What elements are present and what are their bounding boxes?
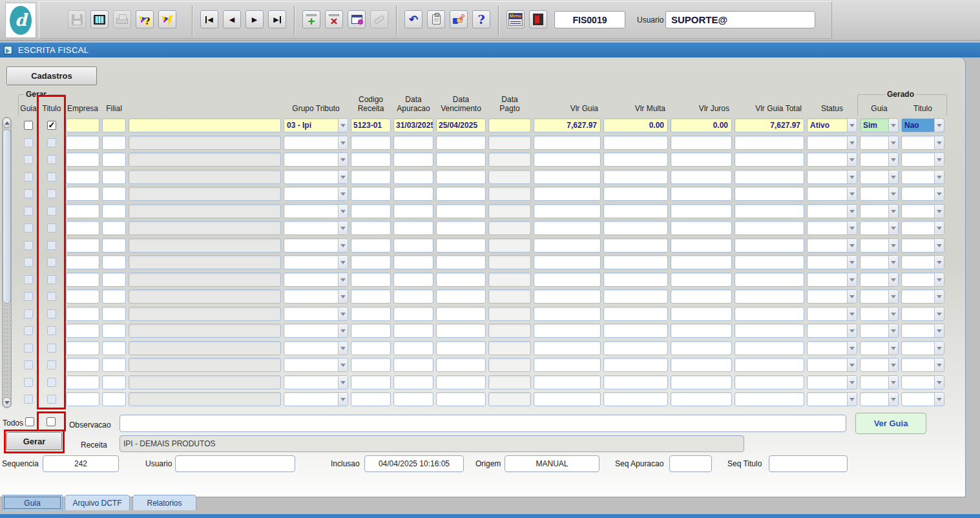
chevron-down-icon[interactable] [888, 222, 898, 234]
gerar-button[interactable]: Gerar [6, 432, 62, 450]
save-button[interactable] [68, 10, 86, 28]
codigo-receita-cell[interactable] [351, 152, 391, 167]
chevron-down-icon[interactable] [934, 256, 944, 269]
vlr-multa-cell[interactable] [603, 238, 668, 253]
grid-scrollbar[interactable] [2, 117, 12, 408]
vlr-juros-cell[interactable] [671, 341, 732, 355]
status-dropdown[interactable] [807, 187, 857, 201]
chevron-down-icon[interactable] [888, 376, 898, 389]
seq-titulo-field[interactable] [769, 455, 848, 472]
vlr-guia-cell[interactable] [534, 375, 601, 389]
data-pagto-cell[interactable] [488, 324, 531, 338]
vlr-multa-cell[interactable] [603, 307, 668, 321]
vlr-guia-cell[interactable] [534, 170, 601, 184]
gerado-titulo-dropdown[interactable]: Nao [901, 118, 944, 132]
chevron-down-icon[interactable] [888, 171, 898, 183]
data-vencimento-cell[interactable] [436, 324, 486, 338]
empresa-cell[interactable] [66, 136, 99, 150]
grupo-tributo-dropdown[interactable] [284, 255, 348, 269]
data-pagto-cell[interactable] [488, 255, 531, 269]
guia-checkbox[interactable] [24, 207, 33, 216]
chevron-down-icon[interactable] [338, 324, 348, 337]
data-pagto-cell[interactable] [488, 289, 531, 304]
vlr-juros-cell[interactable] [671, 136, 732, 150]
gerado-titulo-dropdown[interactable] [901, 324, 944, 338]
vlr-multa-cell[interactable] [603, 341, 668, 355]
data-vencimento-cell[interactable] [436, 170, 486, 184]
data-pagto-cell[interactable] [488, 307, 531, 321]
grupo-tributo-dropdown[interactable] [284, 152, 348, 167]
menu-button[interactable]: Menu [506, 10, 525, 28]
gerado-titulo-dropdown[interactable] [901, 273, 944, 287]
grupo-tributo-dropdown[interactable] [284, 136, 348, 150]
status-dropdown[interactable] [807, 324, 857, 338]
guia-checkbox[interactable] [24, 275, 33, 284]
filial-cell[interactable] [102, 307, 126, 321]
grupo-tributo-dropdown[interactable] [284, 221, 348, 235]
empresa-cell[interactable] [66, 392, 99, 406]
empresa-cell[interactable] [66, 152, 99, 167]
empresa-cell[interactable] [66, 187, 99, 201]
codigo-receita-cell[interactable] [351, 204, 391, 218]
chevron-down-icon[interactable] [847, 393, 857, 406]
data-pagto-cell[interactable] [488, 358, 531, 372]
filial-cell[interactable] [102, 392, 126, 406]
chevron-down-icon[interactable] [934, 290, 944, 303]
gerado-guia-dropdown[interactable] [860, 238, 899, 253]
guia-checkbox[interactable] [24, 344, 33, 353]
vlr-guia-cell[interactable] [534, 341, 601, 355]
vlr-juros-cell[interactable] [671, 392, 732, 406]
data-pagto-cell[interactable] [488, 170, 531, 184]
list-of-values-button[interactable] [348, 10, 366, 28]
vlr-multa-cell[interactable] [603, 255, 668, 269]
vlr-guia-cell[interactable] [534, 307, 601, 321]
empresa-cell[interactable] [66, 375, 99, 389]
status-dropdown[interactable] [807, 204, 857, 218]
chevron-down-icon[interactable] [847, 324, 857, 337]
vlr-multa-cell[interactable] [603, 152, 668, 167]
chevron-down-icon[interactable] [934, 222, 944, 234]
chevron-down-icon[interactable] [847, 273, 857, 286]
codigo-receita-cell[interactable] [351, 221, 391, 235]
chevron-down-icon[interactable] [338, 136, 348, 149]
data-vencimento-cell[interactable]: 25/04/2025 [436, 118, 486, 132]
vlr-juros-cell[interactable] [671, 289, 732, 304]
chevron-down-icon[interactable] [338, 222, 348, 234]
data-vencimento-cell[interactable] [436, 136, 486, 150]
grupo-tributo-dropdown[interactable] [284, 392, 348, 406]
vlr-juros-cell[interactable] [671, 255, 732, 269]
filial-cell[interactable] [102, 324, 126, 338]
tab-relatorios[interactable]: Relatorios [132, 495, 196, 510]
chevron-down-icon[interactable] [338, 376, 348, 389]
gerado-guia-dropdown[interactable] [860, 187, 899, 201]
gerado-guia-dropdown[interactable] [860, 273, 899, 287]
gerado-guia-dropdown[interactable] [860, 255, 899, 269]
chevron-down-icon[interactable] [847, 205, 857, 218]
codigo-receita-cell[interactable] [351, 170, 391, 184]
guia-checkbox[interactable] [24, 292, 33, 301]
chevron-down-icon[interactable] [338, 187, 348, 200]
data-vencimento-cell[interactable] [436, 273, 486, 287]
chevron-down-icon[interactable] [338, 393, 348, 406]
vlr-guia-total-cell[interactable] [735, 392, 804, 406]
gerado-titulo-dropdown[interactable] [901, 170, 944, 184]
titulo-checkbox[interactable] [47, 258, 56, 267]
gerado-guia-dropdown[interactable] [860, 204, 899, 218]
chevron-down-icon[interactable] [338, 273, 348, 286]
vlr-guia-cell[interactable] [534, 221, 601, 235]
chevron-down-icon[interactable] [847, 290, 857, 303]
vlr-juros-cell[interactable] [671, 358, 732, 372]
data-pagto-cell[interactable] [488, 221, 531, 235]
filial-cell[interactable] [102, 221, 126, 235]
vlr-multa-cell[interactable] [603, 324, 668, 338]
chevron-down-icon[interactable] [888, 290, 898, 303]
status-dropdown[interactable] [807, 136, 857, 150]
empresa-cell[interactable] [66, 221, 99, 235]
inclusao-field[interactable]: 04/04/2025 10:16:05 [364, 455, 464, 472]
guia-checkbox[interactable] [24, 360, 33, 369]
vlr-multa-cell[interactable] [603, 187, 668, 201]
data-vencimento-cell[interactable] [436, 392, 486, 406]
codigo-receita-cell[interactable] [351, 392, 391, 406]
clear-button[interactable] [370, 10, 388, 28]
vlr-guia-total-cell[interactable] [735, 375, 804, 389]
